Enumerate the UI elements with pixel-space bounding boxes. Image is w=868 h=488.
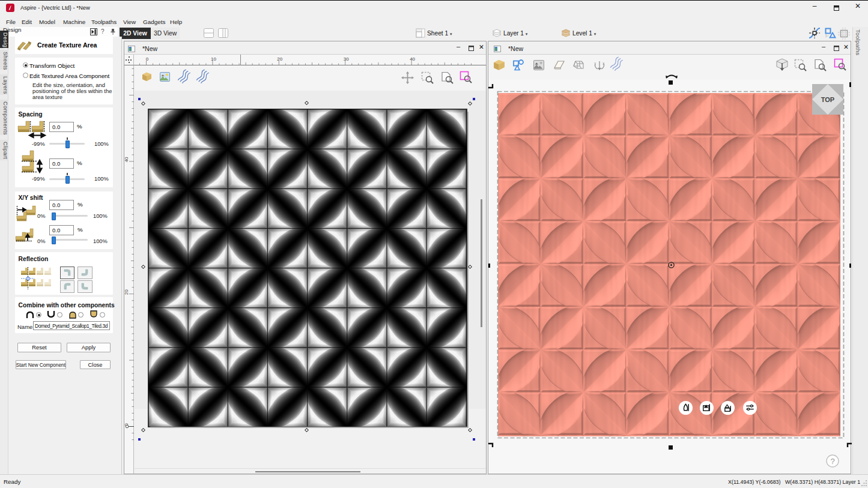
svg-text:40: 40	[124, 157, 129, 162]
svg-text:?: ?	[830, 457, 834, 466]
svg-text:X: X	[602, 62, 605, 65]
svg-text:20: 20	[277, 56, 282, 62]
svg-text:0: 0	[146, 56, 149, 62]
svg-text:10: 10	[211, 56, 216, 62]
svg-text:20: 20	[124, 289, 129, 295]
svg-text:40: 40	[410, 56, 415, 62]
svg-text:Y: Y	[594, 62, 596, 65]
svg-text:TOP: TOP	[821, 96, 834, 103]
svg-text:30: 30	[344, 56, 349, 62]
